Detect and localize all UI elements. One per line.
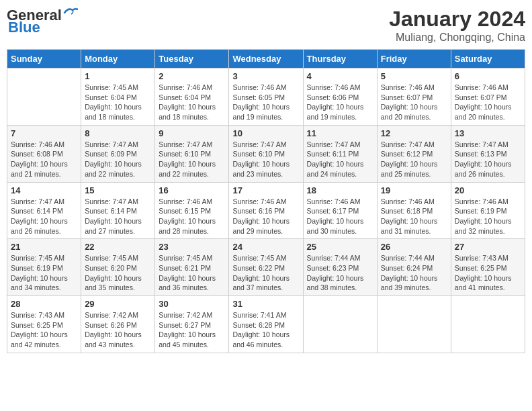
day-info: Sunrise: 7:47 AM Sunset: 6:11 PM Dayligh… [307,140,373,179]
day-info: Sunrise: 7:46 AM Sunset: 6:07 PM Dayligh… [381,83,447,122]
calendar-day-cell: 13Sunrise: 7:47 AM Sunset: 6:13 PM Dayli… [451,125,525,182]
day-number: 22 [85,242,151,252]
logo-blue: Blue [8,19,40,36]
day-number: 24 [232,242,299,252]
calendar-day-cell: 14Sunrise: 7:47 AM Sunset: 6:14 PM Dayli… [7,182,81,239]
day-info: Sunrise: 7:45 AM Sunset: 6:04 PM Dayligh… [85,83,151,122]
calendar-week-row: 7Sunrise: 7:46 AM Sunset: 6:08 PM Daylig… [7,125,525,182]
day-info: Sunrise: 7:46 AM Sunset: 6:04 PM Dayligh… [159,83,225,122]
day-number: 5 [381,71,447,81]
page-title: January 2024 [389,7,525,32]
calendar-day-cell [303,296,377,353]
day-info: Sunrise: 7:41 AM Sunset: 6:28 PM Dayligh… [232,310,299,350]
day-info: Sunrise: 7:46 AM Sunset: 6:08 PM Dayligh… [11,140,77,179]
day-info: Sunrise: 7:46 AM Sunset: 6:07 PM Dayligh… [455,83,521,122]
day-number: 17 [232,185,299,195]
day-info: Sunrise: 7:47 AM Sunset: 6:10 PM Dayligh… [159,140,225,179]
day-info: Sunrise: 7:46 AM Sunset: 6:06 PM Dayligh… [307,83,373,122]
day-number: 14 [11,185,77,195]
calendar-day-cell [451,296,525,353]
day-info: Sunrise: 7:45 AM Sunset: 6:20 PM Dayligh… [85,253,151,293]
day-info: Sunrise: 7:46 AM Sunset: 6:18 PM Dayligh… [381,197,447,236]
weekday-header: Thursday [303,50,377,68]
day-number: 10 [232,128,299,138]
day-number: 6 [455,71,521,81]
calendar-day-cell: 1Sunrise: 7:45 AM Sunset: 6:04 PM Daylig… [81,68,155,126]
day-number: 12 [381,128,447,138]
calendar-day-cell: 7Sunrise: 7:46 AM Sunset: 6:08 PM Daylig… [7,125,81,182]
day-info: Sunrise: 7:45 AM Sunset: 6:21 PM Dayligh… [159,253,225,293]
weekday-header: Friday [377,50,451,68]
weekday-header: Tuesday [155,50,229,68]
calendar-day-cell: 9Sunrise: 7:47 AM Sunset: 6:10 PM Daylig… [155,125,229,182]
day-info: Sunrise: 7:44 AM Sunset: 6:23 PM Dayligh… [307,253,373,293]
day-number: 31 [232,299,299,309]
day-number: 27 [455,242,521,252]
logo: General Blue [7,7,78,36]
weekday-header: Saturday [451,50,525,68]
calendar-day-cell [7,68,81,126]
calendar-table: SundayMondayTuesdayWednesdayThursdayFrid… [7,49,525,353]
calendar-day-cell: 23Sunrise: 7:45 AM Sunset: 6:21 PM Dayli… [155,239,229,296]
day-number: 1 [85,71,151,81]
day-number: 21 [11,242,77,252]
calendar-day-cell: 6Sunrise: 7:46 AM Sunset: 6:07 PM Daylig… [451,68,525,126]
day-info: Sunrise: 7:47 AM Sunset: 6:14 PM Dayligh… [85,197,151,236]
calendar-day-cell [377,296,451,353]
day-number: 7 [11,128,77,138]
calendar-header-row: SundayMondayTuesdayWednesdayThursdayFrid… [7,50,525,68]
page-subtitle: Muliang, Chongqing, China [389,32,525,44]
calendar-week-row: 21Sunrise: 7:45 AM Sunset: 6:19 PM Dayli… [7,239,525,296]
day-number: 28 [11,299,77,309]
calendar-day-cell: 17Sunrise: 7:46 AM Sunset: 6:16 PM Dayli… [229,182,303,239]
calendar-day-cell: 15Sunrise: 7:47 AM Sunset: 6:14 PM Dayli… [81,182,155,239]
calendar-week-row: 1Sunrise: 7:45 AM Sunset: 6:04 PM Daylig… [7,68,525,126]
day-info: Sunrise: 7:46 AM Sunset: 6:15 PM Dayligh… [159,197,225,236]
calendar-day-cell: 31Sunrise: 7:41 AM Sunset: 6:28 PM Dayli… [229,296,303,353]
calendar-day-cell: 10Sunrise: 7:47 AM Sunset: 6:10 PM Dayli… [229,125,303,182]
day-info: Sunrise: 7:42 AM Sunset: 6:26 PM Dayligh… [85,310,151,350]
day-info: Sunrise: 7:45 AM Sunset: 6:19 PM Dayligh… [11,253,77,293]
calendar-day-cell: 24Sunrise: 7:45 AM Sunset: 6:22 PM Dayli… [229,239,303,296]
day-number: 30 [159,299,225,309]
calendar-day-cell: 2Sunrise: 7:46 AM Sunset: 6:04 PM Daylig… [155,68,229,126]
calendar-day-cell: 8Sunrise: 7:47 AM Sunset: 6:09 PM Daylig… [81,125,155,182]
calendar-day-cell: 21Sunrise: 7:45 AM Sunset: 6:19 PM Dayli… [7,239,81,296]
calendar-day-cell: 22Sunrise: 7:45 AM Sunset: 6:20 PM Dayli… [81,239,155,296]
page-header: General Blue January 2024 Muliang, Chong… [7,7,525,44]
day-number: 26 [381,242,447,252]
day-info: Sunrise: 7:45 AM Sunset: 6:22 PM Dayligh… [232,253,299,293]
calendar-day-cell: 3Sunrise: 7:46 AM Sunset: 6:05 PM Daylig… [229,68,303,126]
calendar-day-cell: 5Sunrise: 7:46 AM Sunset: 6:07 PM Daylig… [377,68,451,126]
calendar-day-cell: 16Sunrise: 7:46 AM Sunset: 6:15 PM Dayli… [155,182,229,239]
calendar-day-cell: 4Sunrise: 7:46 AM Sunset: 6:06 PM Daylig… [303,68,377,126]
weekday-header: Monday [81,50,155,68]
calendar-day-cell: 28Sunrise: 7:43 AM Sunset: 6:25 PM Dayli… [7,296,81,353]
day-number: 2 [159,71,225,81]
day-info: Sunrise: 7:46 AM Sunset: 6:19 PM Dayligh… [455,197,521,236]
logo-bird-icon [63,7,78,18]
calendar-day-cell: 29Sunrise: 7:42 AM Sunset: 6:26 PM Dayli… [81,296,155,353]
calendar-day-cell: 20Sunrise: 7:46 AM Sunset: 6:19 PM Dayli… [451,182,525,239]
calendar-day-cell: 11Sunrise: 7:47 AM Sunset: 6:11 PM Dayli… [303,125,377,182]
title-area: January 2024 Muliang, Chongqing, China [389,7,525,44]
day-number: 4 [307,71,373,81]
calendar-day-cell: 25Sunrise: 7:44 AM Sunset: 6:23 PM Dayli… [303,239,377,296]
day-info: Sunrise: 7:43 AM Sunset: 6:25 PM Dayligh… [11,310,77,350]
day-number: 15 [85,185,151,195]
day-number: 18 [307,185,373,195]
day-number: 29 [85,299,151,309]
day-info: Sunrise: 7:47 AM Sunset: 6:13 PM Dayligh… [455,140,521,179]
day-number: 13 [455,128,521,138]
day-number: 9 [159,128,225,138]
day-info: Sunrise: 7:46 AM Sunset: 6:05 PM Dayligh… [232,83,299,122]
calendar-day-cell: 30Sunrise: 7:42 AM Sunset: 6:27 PM Dayli… [155,296,229,353]
day-info: Sunrise: 7:44 AM Sunset: 6:24 PM Dayligh… [381,253,447,293]
calendar-day-cell: 26Sunrise: 7:44 AM Sunset: 6:24 PM Dayli… [377,239,451,296]
day-number: 11 [307,128,373,138]
day-info: Sunrise: 7:46 AM Sunset: 6:16 PM Dayligh… [232,197,299,236]
calendar-day-cell: 27Sunrise: 7:43 AM Sunset: 6:25 PM Dayli… [451,239,525,296]
day-number: 8 [85,128,151,138]
day-info: Sunrise: 7:42 AM Sunset: 6:27 PM Dayligh… [159,310,225,350]
calendar-week-row: 28Sunrise: 7:43 AM Sunset: 6:25 PM Dayli… [7,296,525,353]
